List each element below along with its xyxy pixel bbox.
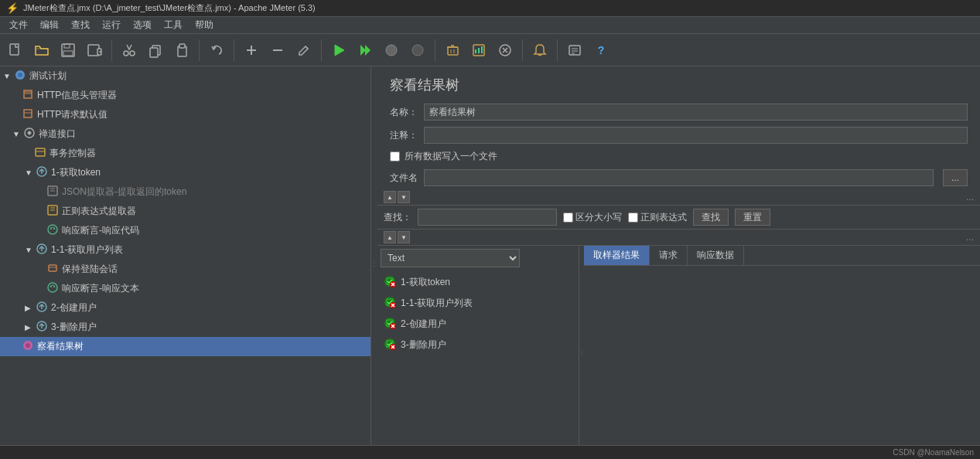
up-arrow-btn-1[interactable]: ▲ bbox=[384, 191, 396, 203]
svg-rect-4 bbox=[63, 51, 73, 56]
mini-toolbar-1: ▲ ▼ ... bbox=[377, 189, 980, 206]
case-sensitive-label: 区分大小写 bbox=[575, 211, 622, 224]
menu-tools[interactable]: 工具 bbox=[158, 17, 189, 33]
icon-get-users bbox=[36, 243, 48, 257]
paste-button[interactable] bbox=[169, 38, 194, 63]
tab-request[interactable]: 请求 bbox=[650, 246, 688, 265]
svg-point-58 bbox=[53, 286, 55, 287]
title-bar: ⚡ JMeter检查点.jmx (D:\A_jmeter_test\JMeter… bbox=[0, 0, 980, 17]
sidebar-item-view-results[interactable]: 察看结果树 bbox=[0, 337, 370, 356]
browse-button[interactable]: ... bbox=[943, 169, 968, 186]
result-item-1[interactable]: 1-获取token bbox=[377, 272, 579, 293]
regex-checkbox[interactable] bbox=[628, 212, 638, 223]
remote-button[interactable] bbox=[493, 38, 517, 63]
tab-sampler-results[interactable]: 取样器结果 bbox=[584, 246, 650, 265]
case-sensitive-checkbox[interactable] bbox=[563, 212, 573, 223]
menu-file[interactable]: 文件 bbox=[3, 17, 34, 33]
sidebar-item-response-code[interactable]: 响应断言-响应代码 bbox=[0, 221, 370, 240]
sidebar-item-response-text[interactable]: 响应断言-响应文本 bbox=[0, 279, 370, 298]
up-arrow-btn-2[interactable]: ▲ bbox=[384, 231, 396, 243]
icon-json-extractor bbox=[46, 185, 59, 199]
result-item-2[interactable]: 1-1-获取用户列表 bbox=[377, 293, 579, 314]
menu-bar: 文件 编辑 查找 运行 选项 工具 帮助 bbox=[0, 17, 980, 34]
menu-run[interactable]: 运行 bbox=[96, 17, 127, 33]
write-all-row: 所有数据写入一个文件 bbox=[377, 147, 980, 166]
result-item-4[interactable]: 3-删除用户 bbox=[377, 335, 579, 355]
icon-login bbox=[46, 262, 59, 277]
sidebar-item-http-header[interactable]: HTTP信息头管理器 bbox=[0, 86, 370, 105]
sidebar-item-login[interactable]: 保持登陆会话 bbox=[0, 260, 370, 279]
write-all-label: 所有数据写入一个文件 bbox=[405, 150, 497, 163]
menu-edit[interactable]: 编辑 bbox=[34, 17, 65, 33]
run-all-button[interactable] bbox=[353, 38, 377, 63]
sidebar-item-test-plan[interactable]: ▼ 测试计划 bbox=[0, 66, 370, 86]
svg-point-50 bbox=[50, 228, 52, 230]
find-button[interactable]: 查找 bbox=[693, 209, 729, 226]
menu-options[interactable]: 选项 bbox=[127, 17, 158, 33]
help-button[interactable]: ? bbox=[589, 38, 613, 63]
clear-button[interactable] bbox=[440, 38, 465, 63]
format-dropdown[interactable]: Text RegExp Tester CSS/JQuery Tester XPa… bbox=[381, 249, 520, 267]
stop-all-button[interactable] bbox=[405, 38, 430, 63]
search-input[interactable] bbox=[418, 209, 557, 226]
toolbar-sep6 bbox=[522, 39, 523, 61]
open-button[interactable] bbox=[29, 38, 54, 63]
menu-find[interactable]: 查找 bbox=[65, 17, 96, 33]
filename-label: 文件名 bbox=[390, 172, 418, 185]
panel-title: 察看结果树 bbox=[377, 66, 980, 100]
icon-http-header bbox=[22, 88, 34, 103]
sidebar-item-transaction[interactable]: 事务控制器 bbox=[0, 144, 370, 163]
svg-point-64 bbox=[26, 343, 30, 348]
write-all-checkbox[interactable] bbox=[390, 151, 400, 162]
label-login: 保持登陆会话 bbox=[62, 263, 118, 276]
icon-zen bbox=[23, 127, 36, 141]
down-arrow-btn-1[interactable]: ▼ bbox=[398, 191, 410, 203]
saveas-button[interactable] bbox=[82, 38, 107, 63]
comment-input[interactable] bbox=[424, 127, 968, 144]
save-button[interactable] bbox=[56, 38, 80, 63]
svg-point-19 bbox=[386, 45, 397, 56]
result-item-3[interactable]: 2-创建用户 bbox=[377, 314, 579, 335]
menu-help[interactable]: 帮助 bbox=[189, 17, 220, 33]
result-icon-4 bbox=[384, 338, 396, 352]
run-button[interactable] bbox=[326, 38, 351, 63]
sidebar-item-json-extractor[interactable]: JSON提取器-提取返回的token bbox=[0, 182, 370, 202]
svg-marker-18 bbox=[365, 45, 370, 56]
sidebar-item-delete-user[interactable]: ▶ 3-删除用户 bbox=[0, 318, 370, 337]
toolbar-sep4 bbox=[321, 39, 322, 61]
rename-button[interactable] bbox=[292, 38, 316, 63]
reset-button[interactable]: 重置 bbox=[735, 209, 770, 226]
svg-point-7 bbox=[124, 51, 128, 56]
tab-response-data[interactable]: 响应数据 bbox=[688, 246, 744, 265]
icon-response-code bbox=[46, 223, 59, 238]
sidebar-item-get-token[interactable]: ▼ 1-获取token bbox=[0, 163, 370, 182]
results-area: ▲ ▼ ... Text RegExp Tester CSS/JQuery Te… bbox=[377, 230, 980, 459]
label-view-results: 察看结果树 bbox=[37, 340, 84, 353]
cut-button[interactable] bbox=[117, 38, 142, 63]
case-sensitive-check: 区分大小写 bbox=[563, 211, 622, 224]
filename-input[interactable] bbox=[424, 169, 934, 186]
results-row: Text RegExp Tester CSS/JQuery Tester XPa… bbox=[377, 246, 980, 459]
sidebar-item-zen-interface[interactable]: ▼ 禅道接口 bbox=[0, 124, 370, 144]
icon-test-plan bbox=[14, 69, 26, 83]
toolbar: ? bbox=[0, 34, 980, 66]
sidebar-item-get-users[interactable]: ▼ 1-1-获取用户列表 bbox=[0, 240, 370, 260]
undo-button[interactable] bbox=[204, 38, 229, 63]
sidebar-item-regex-extractor[interactable]: 正则表达式提取器 bbox=[0, 202, 370, 221]
down-arrow-btn-2[interactable]: ▼ bbox=[398, 231, 410, 243]
sidebar-item-http-default[interactable]: HTTP请求默认值 bbox=[0, 105, 370, 124]
report-button[interactable] bbox=[466, 38, 491, 63]
icon-regex-extractor bbox=[46, 204, 59, 219]
tabs-panel: 取样器结果 请求 响应数据 bbox=[584, 246, 980, 459]
add-node-button[interactable] bbox=[239, 38, 264, 63]
name-input[interactable] bbox=[424, 104, 968, 121]
arrow-get-token: ▼ bbox=[25, 168, 34, 177]
remove-node-button[interactable] bbox=[265, 38, 290, 63]
new-button[interactable] bbox=[3, 38, 28, 63]
sidebar-item-create-user[interactable]: ▶ 2-创建用户 bbox=[0, 298, 370, 318]
resize-handle[interactable]: ⋮ bbox=[371, 66, 377, 459]
list-button[interactable] bbox=[562, 38, 587, 63]
stop-button[interactable] bbox=[379, 38, 404, 63]
notify-button[interactable] bbox=[528, 38, 552, 63]
copy-button[interactable] bbox=[143, 38, 168, 63]
